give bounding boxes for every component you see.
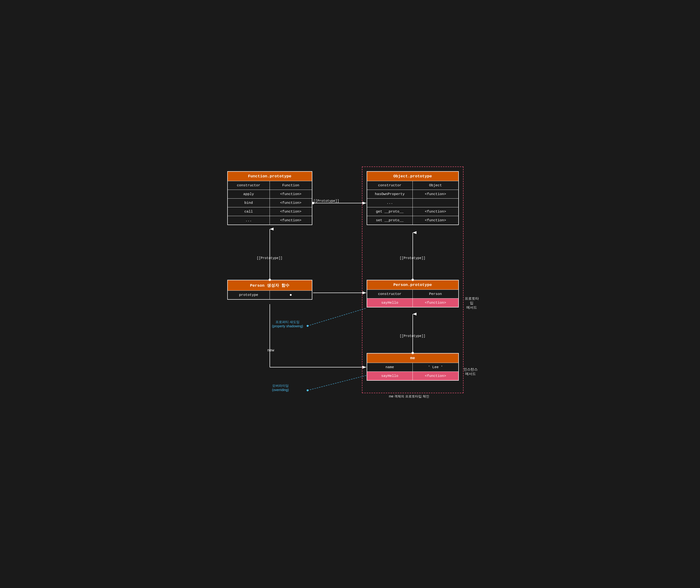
person-prototype-box: Person.prototype constructor Person sayH… bbox=[367, 280, 459, 307]
me-row-sayhello: sayHello <function> bbox=[367, 371, 458, 380]
function-prototype-box: Function.prototype constructor Function … bbox=[227, 171, 312, 225]
line-shadow-dashed bbox=[307, 308, 366, 326]
proto-method-korean2: 메서드 bbox=[464, 305, 480, 310]
op-cell-dots-key: ... bbox=[367, 199, 413, 207]
line-override-dashed bbox=[307, 375, 366, 390]
fp-cell-bind-key: bind bbox=[228, 199, 270, 207]
proto-label-pp-op: [[Prototype]] bbox=[400, 256, 426, 260]
fp-row-call: call <function> bbox=[228, 207, 312, 216]
fp-row-bind: bind <function> bbox=[228, 198, 312, 207]
pp-row-sayhello: sayHello <function> bbox=[367, 298, 458, 307]
fp-cell-call-key: call bbox=[228, 207, 270, 216]
fp-row-apply: apply <function> bbox=[228, 190, 312, 198]
pc-cell-prototype-val: ● bbox=[270, 291, 312, 299]
prototype-method-label: 프로토타입 메서드 bbox=[464, 296, 480, 310]
override-korean: 오버라이딩 bbox=[272, 384, 289, 388]
me-cell-name-val: ' Lee ' bbox=[413, 363, 458, 371]
op-cell-setproto-key: set __proto__ bbox=[367, 216, 413, 225]
property-shadowing-label: 프로퍼티 새도잉 (property shadowing) bbox=[272, 320, 303, 328]
fp-cell-apply-val: <function> bbox=[270, 190, 312, 198]
op-cell-constructor-key: constructor bbox=[367, 181, 413, 190]
op-cell-setproto-val: <function> bbox=[413, 216, 458, 225]
new-label: new bbox=[267, 348, 274, 353]
fp-cell-constructor-val: Function bbox=[270, 181, 312, 190]
proto-method-korean: 프로토타입 bbox=[464, 296, 480, 305]
diagram-container: Function.prototype constructor Function … bbox=[220, 164, 480, 424]
dot-override bbox=[307, 389, 308, 391]
pc-row-prototype: prototype ● bbox=[228, 290, 312, 299]
fp-row-dots: ... <function> bbox=[228, 216, 312, 225]
pp-cell-constructor-key: constructor bbox=[367, 290, 413, 298]
override-english: (overriding) bbox=[272, 388, 289, 392]
fp-cell-call-val: <function> bbox=[270, 207, 312, 216]
fp-cell-apply-key: apply bbox=[228, 190, 270, 198]
proto-label-pc-fp: [[Prototype]] bbox=[257, 256, 282, 260]
fp-cell-constructor-key: constructor bbox=[228, 181, 270, 190]
op-cell-constructor-val: Object bbox=[413, 181, 458, 190]
op-row-getproto: get __proto__ <function> bbox=[367, 207, 458, 216]
op-cell-getproto-key: get __proto__ bbox=[367, 207, 413, 216]
instance-method-label: 인스턴스 메서드 bbox=[464, 367, 478, 376]
object-prototype-box: Object.prototype constructor Object hasO… bbox=[367, 171, 459, 225]
function-prototype-header: Function.prototype bbox=[228, 172, 312, 181]
instance-method-korean2: 메서드 bbox=[464, 372, 478, 376]
shadow-korean: 프로퍼티 새도잉 bbox=[272, 320, 303, 324]
object-prototype-header: Object.prototype bbox=[367, 172, 458, 181]
me-cell-sayhello-key: sayHello bbox=[367, 372, 413, 380]
me-cell-name-key: name bbox=[367, 363, 413, 371]
person-constructor-header: Person 생성자 함수 bbox=[228, 280, 312, 290]
proto-label-me-pp: [[Prototype]] bbox=[400, 334, 426, 338]
me-header: me bbox=[367, 354, 458, 363]
op-cell-getproto-val: <function> bbox=[413, 207, 458, 216]
pp-cell-sayhello-val: <function> bbox=[413, 298, 458, 307]
pp-row-constructor: constructor Person bbox=[367, 290, 458, 298]
dot-shadow bbox=[307, 325, 308, 327]
op-row-dots: ... bbox=[367, 198, 458, 207]
op-cell-dots-val bbox=[413, 199, 458, 207]
pc-cell-prototype-key: prototype bbox=[228, 291, 270, 299]
bottom-chain-label: me 객체의 프로토타입 체인 bbox=[362, 394, 457, 399]
me-cell-sayhello-val: <function> bbox=[413, 372, 458, 380]
instance-method-korean: 인스턴스 bbox=[464, 367, 478, 372]
fp-row-constructor: constructor Function bbox=[228, 181, 312, 190]
proto-label-fp-op: [[Prototype]] bbox=[313, 199, 339, 203]
me-box: me name ' Lee ' sayHello <function> bbox=[367, 353, 459, 381]
fp-cell-dots-key: ... bbox=[228, 216, 270, 225]
op-row-hasown: hasOwnProperty <function> bbox=[367, 190, 458, 198]
op-row-constructor: constructor Object bbox=[367, 181, 458, 190]
me-row-name: name ' Lee ' bbox=[367, 363, 458, 371]
person-constructor-box: Person 생성자 함수 prototype ● bbox=[227, 280, 312, 300]
fp-cell-dots-val: <function> bbox=[270, 216, 312, 225]
fp-cell-bind-val: <function> bbox=[270, 199, 312, 207]
shadow-english: (property shadowing) bbox=[272, 324, 303, 328]
op-cell-hasown-key: hasOwnProperty bbox=[367, 190, 413, 198]
overriding-label: 오버라이딩 (overriding) bbox=[272, 384, 289, 392]
bottom-chain-text: me 객체의 프로토타입 체인 bbox=[389, 394, 429, 398]
pp-cell-constructor-val: Person bbox=[413, 290, 458, 298]
op-cell-hasown-val: <function> bbox=[413, 190, 458, 198]
person-prototype-header: Person.prototype bbox=[367, 280, 458, 290]
op-row-setproto: set __proto__ <function> bbox=[367, 216, 458, 225]
pp-cell-sayhello-key: sayHello bbox=[367, 298, 413, 307]
